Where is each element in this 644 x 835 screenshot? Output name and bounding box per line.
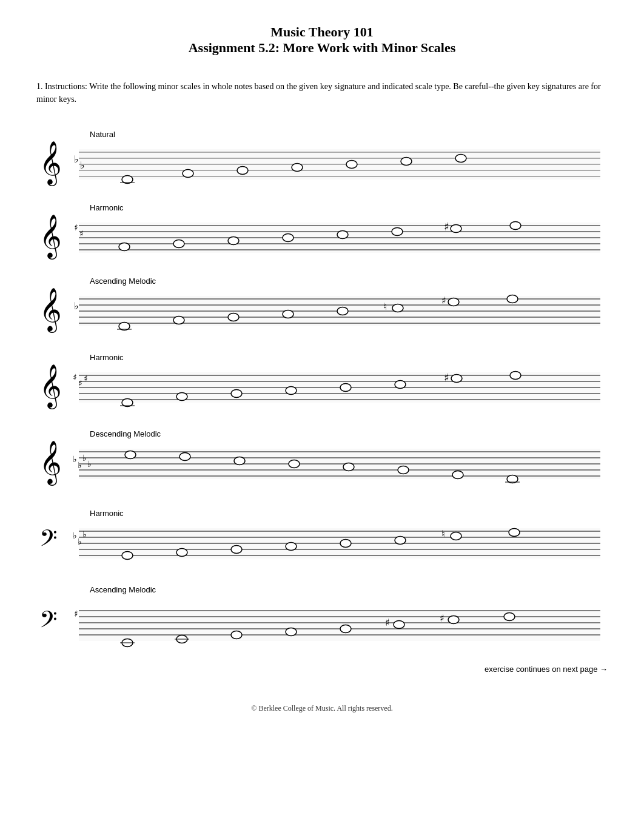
svg-point-27 <box>173 240 184 248</box>
svg-point-31 <box>392 228 403 236</box>
svg-text:𝄢: 𝄢 <box>39 526 58 557</box>
svg-point-91 <box>452 471 463 479</box>
svg-point-72 <box>451 375 462 383</box>
svg-text:♭: ♭ <box>73 531 77 540</box>
svg-point-53 <box>507 295 518 303</box>
svg-point-107 <box>286 543 297 551</box>
scale-4-label: Harmonic <box>90 353 608 362</box>
svg-text:♮: ♮ <box>383 301 387 312</box>
scale-7: Ascending Melodic 𝄢 ♯ ♯ ♯ <box>36 585 608 659</box>
svg-point-73 <box>510 372 521 380</box>
scale-6: Harmonic 𝄢 ♭ ♭ ♭ ♮ <box>36 509 608 573</box>
svg-point-68 <box>286 387 297 395</box>
svg-point-11 <box>237 167 248 175</box>
scale-4: Harmonic 𝄞 ♯ ♯ ♯ ♯ <box>36 353 608 417</box>
scale-6-staff: 𝄢 ♭ ♭ ♭ ♮ <box>36 519 606 571</box>
svg-point-30 <box>337 231 348 239</box>
svg-point-86 <box>179 453 190 461</box>
svg-point-45 <box>173 317 184 324</box>
title-line2: Assignment 5.2: More Work with Minor Sca… <box>36 40 608 56</box>
svg-text:♯: ♯ <box>441 295 446 306</box>
scale-3-label: Ascending Melodic <box>90 277 608 286</box>
svg-point-89 <box>343 463 354 471</box>
svg-point-52 <box>448 298 459 306</box>
page-title: Music Theory 101 Assignment 5.2: More Wo… <box>36 24 608 56</box>
scale-6-label: Harmonic <box>90 509 608 518</box>
svg-point-66 <box>176 393 187 401</box>
svg-text:♯: ♯ <box>444 372 449 384</box>
svg-text:♯: ♯ <box>440 613 444 623</box>
svg-text:♭: ♭ <box>73 455 77 464</box>
title-line1: Music Theory 101 <box>36 24 608 40</box>
svg-text:♭: ♭ <box>74 154 79 164</box>
svg-point-85 <box>125 451 136 459</box>
scale-1-staff: 𝄞 ♭ ♭ <box>36 140 606 189</box>
svg-text:♯: ♯ <box>444 221 449 233</box>
svg-point-125 <box>231 631 242 639</box>
svg-point-50 <box>392 304 403 312</box>
svg-text:♭: ♭ <box>78 461 82 470</box>
svg-text:𝄢: 𝄢 <box>39 607 58 638</box>
scale-1: Natural 𝄞 ♭ ♭ <box>36 130 608 191</box>
svg-text:♭: ♭ <box>82 454 87 463</box>
scale-3: Ascending Melodic 𝄞 ♭ ♮ ♯ <box>36 277 608 341</box>
svg-point-28 <box>228 237 239 245</box>
scale-2-staff: 𝄞 ♯ ♯ ♯ <box>36 213 606 262</box>
svg-text:♯: ♯ <box>79 229 84 238</box>
svg-text:𝄞: 𝄞 <box>39 441 62 486</box>
svg-text:𝄞: 𝄞 <box>39 215 62 260</box>
svg-text:♯: ♯ <box>84 374 88 383</box>
svg-point-48 <box>337 307 348 315</box>
instructions: 1. Instructions: Write the following min… <box>36 80 608 106</box>
svg-point-34 <box>510 222 521 230</box>
svg-point-67 <box>231 390 242 398</box>
svg-text:♯: ♯ <box>385 617 390 628</box>
svg-text:♯: ♯ <box>74 223 78 232</box>
svg-point-126 <box>286 628 297 636</box>
svg-point-47 <box>283 310 293 318</box>
svg-point-15 <box>455 155 466 163</box>
svg-point-104 <box>122 552 133 560</box>
svg-point-12 <box>292 164 303 172</box>
svg-point-29 <box>283 234 293 242</box>
scale-2: Harmonic 𝄞 ♯ ♯ ♯ <box>36 203 608 264</box>
svg-point-105 <box>176 549 187 557</box>
svg-point-26 <box>119 243 130 251</box>
svg-point-87 <box>234 457 245 465</box>
scale-5-staff: 𝄞 ♭ ♭ ♭ ♭ <box>36 440 606 494</box>
svg-rect-5 <box>79 149 600 179</box>
continue-text: exercise continues on next page → <box>36 665 608 674</box>
svg-text:♭: ♭ <box>80 160 85 170</box>
svg-point-106 <box>231 546 242 554</box>
svg-point-127 <box>340 625 351 633</box>
scale-2-label: Harmonic <box>90 203 608 212</box>
svg-point-131 <box>448 616 459 624</box>
svg-point-129 <box>394 621 404 629</box>
svg-point-88 <box>289 460 300 468</box>
scale-5-label: Descending Melodic <box>90 429 608 438</box>
svg-text:♯: ♯ <box>73 373 77 382</box>
svg-point-109 <box>395 537 406 545</box>
scale-3-staff: 𝄞 ♭ ♮ ♯ <box>36 287 606 338</box>
svg-point-14 <box>401 158 412 166</box>
svg-text:♭: ♭ <box>78 537 82 546</box>
svg-point-112 <box>509 529 520 537</box>
svg-text:♮: ♮ <box>441 529 445 539</box>
svg-text:𝄞: 𝄞 <box>39 364 62 410</box>
svg-text:♯: ♯ <box>74 609 78 619</box>
svg-point-70 <box>395 381 406 389</box>
svg-point-90 <box>398 466 409 474</box>
svg-point-33 <box>451 225 461 233</box>
instruction-text: Instructions: Write the following minor … <box>36 82 601 104</box>
svg-text:♭: ♭ <box>87 460 92 469</box>
svg-rect-113 <box>79 611 600 641</box>
svg-text:♯: ♯ <box>78 379 82 388</box>
footer-copyright: © Berklee College of Music. All rights r… <box>36 704 608 713</box>
svg-point-13 <box>346 161 357 169</box>
scale-7-label: Ascending Melodic <box>90 585 608 594</box>
svg-point-132 <box>504 613 515 621</box>
svg-text:𝄞: 𝄞 <box>39 141 62 187</box>
svg-point-46 <box>228 314 239 321</box>
svg-text:♭: ♭ <box>82 530 87 539</box>
scale-7-staff: 𝄢 ♯ ♯ ♯ <box>36 595 606 656</box>
